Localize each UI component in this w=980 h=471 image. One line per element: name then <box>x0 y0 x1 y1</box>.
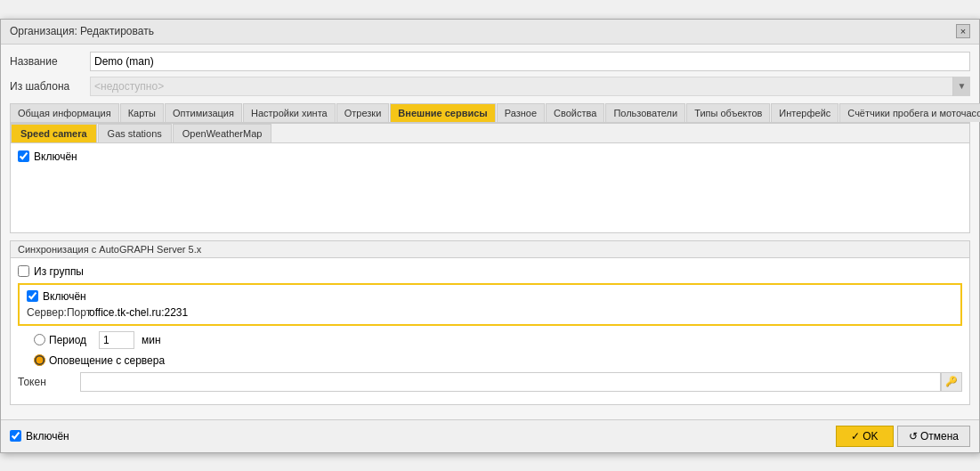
tab-optimization[interactable]: Оптимизация <box>165 103 242 122</box>
name-label: Название <box>10 55 90 68</box>
period-radio-option: Период <box>34 334 86 346</box>
tab-hint-settings[interactable]: Настройки хинта <box>243 103 336 122</box>
tab-users[interactable]: Пользователи <box>605 103 685 122</box>
notify-label: Оповещение с сервера <box>49 354 165 367</box>
period-label: Период <box>49 334 86 346</box>
sub-tab-openweathermap[interactable]: OpenWeatherMap <box>173 124 272 142</box>
token-input[interactable] <box>80 372 941 392</box>
sync-panel-title: Синхронизация с AutoGRAPH Server 5.x <box>11 241 969 258</box>
footer-buttons: ✓ OK ↺ Отмена <box>836 426 970 447</box>
speed-camera-content: Включён <box>11 143 969 232</box>
dialog-title: Организация: Редактировать <box>10 25 154 37</box>
included-label: Включён <box>10 430 69 443</box>
period-value-input[interactable] <box>99 331 134 349</box>
tab-misc[interactable]: Разное <box>497 103 545 122</box>
dialog-footer: Включён ✓ OK ↺ Отмена <box>1 419 979 452</box>
period-row: Период мин <box>25 331 962 349</box>
sync-panel-body: Из группы Включён Сервер:Порт <box>11 258 969 404</box>
server-port-label: Сервер:Порт <box>27 306 89 319</box>
token-input-wrapper: 🔑 <box>80 372 962 392</box>
tab-segments[interactable]: Отрезки <box>336 103 390 122</box>
server-port-row: Сервер:Порт <box>27 306 953 319</box>
dialog-body: Название Из шаблона <недоступно> ▼ Общая… <box>1 45 979 419</box>
sub-tab-gas-stations[interactable]: Gas stations <box>98 124 172 142</box>
speed-camera-enabled-checkbox[interactable] <box>18 150 29 162</box>
template-select-wrapper: <недоступно> ▼ <box>90 77 970 96</box>
period-radio[interactable] <box>34 334 45 345</box>
tab-counters[interactable]: Счётчики пробега и моточасов <box>839 103 980 122</box>
close-button[interactable]: × <box>956 24 970 38</box>
template-label: Из шаблона <box>10 80 90 93</box>
sync-enabled-label: Включён <box>43 290 86 303</box>
external-services-panel: Speed camera Gas stations OpenWeatherMap… <box>10 123 970 233</box>
tab-interface[interactable]: Интерфейс <box>771 103 838 122</box>
tab-maps[interactable]: Карты <box>120 103 164 122</box>
server-port-input[interactable] <box>89 306 953 319</box>
notify-row: Оповещение с сервера <box>25 354 962 367</box>
period-unit: мин <box>142 334 161 346</box>
from-group-checkbox[interactable] <box>18 265 29 277</box>
speed-camera-enabled-label: Включён <box>34 150 77 163</box>
from-group-label: Из группы <box>34 265 84 278</box>
notify-radio[interactable] <box>34 354 45 366</box>
token-row: Токен 🔑 <box>18 372 962 392</box>
organization-edit-dialog: Организация: Редактировать × Название Из… <box>0 19 980 453</box>
cancel-button[interactable]: ↺ Отмена <box>897 426 970 447</box>
token-label: Токен <box>18 376 80 388</box>
notify-radio-option: Оповещение с сервера <box>34 354 165 367</box>
name-input[interactable] <box>90 52 970 71</box>
dialog-title-bar: Организация: Редактировать × <box>1 20 979 45</box>
template-row: Из шаблона <недоступно> ▼ <box>10 77 970 96</box>
tab-object-types[interactable]: Типы объектов <box>686 103 770 122</box>
token-generate-button[interactable]: 🔑 <box>941 372 962 392</box>
sync-enabled-server-box: Включён Сервер:Порт <box>18 283 962 326</box>
sub-tabs: Speed camera Gas stations OpenWeatherMap <box>11 124 969 143</box>
period-notify-section: Период мин Оповещение с сервера <box>18 331 962 367</box>
sub-tab-speed-camera[interactable]: Speed camera <box>11 124 97 142</box>
template-select: <недоступно> <box>90 77 970 96</box>
tab-general[interactable]: Общая информация <box>10 103 119 122</box>
ok-button[interactable]: ✓ OK <box>836 426 894 447</box>
main-tabs: Общая информация Карты Оптимизация Настр… <box>10 103 970 123</box>
tab-properties[interactable]: Свойства <box>546 103 604 122</box>
from-group-row: Из группы <box>18 265 962 278</box>
footer-left: Включён <box>10 430 69 443</box>
sync-enabled-row: Включён <box>27 290 953 303</box>
name-row: Название <box>10 52 970 71</box>
sync-enabled-checkbox[interactable] <box>27 290 38 302</box>
tab-external-services[interactable]: Внешние сервисы <box>390 103 495 122</box>
sync-panel: Синхронизация с AutoGRAPH Server 5.x Из … <box>10 240 970 405</box>
included-text: Включён <box>26 430 69 443</box>
speed-camera-enabled-row: Включён <box>18 150 962 163</box>
included-checkbox[interactable] <box>10 430 21 442</box>
